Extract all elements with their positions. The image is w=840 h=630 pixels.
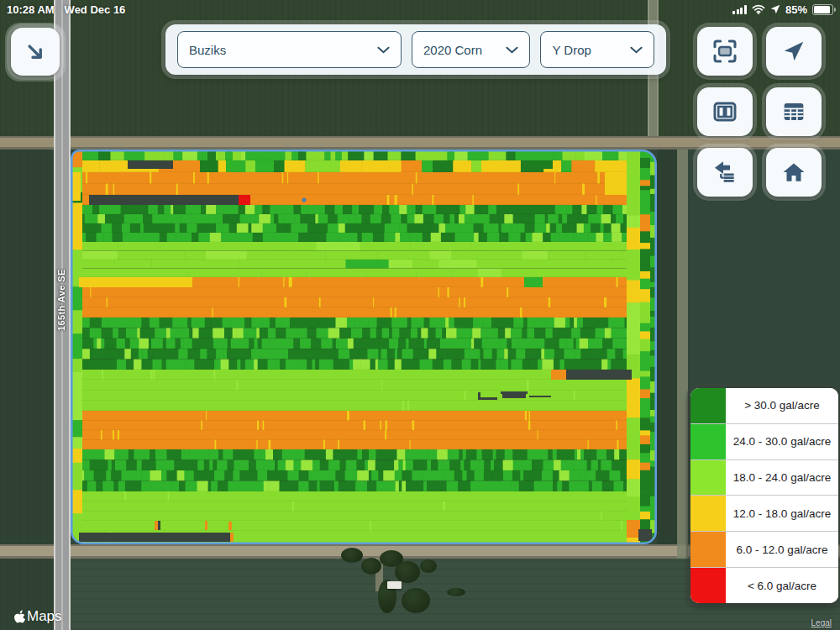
- battery-percent: 85%: [785, 3, 807, 16]
- maps-attribution: Maps: [13, 608, 62, 625]
- legend-row: 24.0 - 30.0 gal/acre: [690, 423, 838, 459]
- arrow-southeast-icon: [23, 39, 48, 65]
- road-label: 165th Ave SE: [38, 284, 85, 331]
- legend-row: 6.0 - 12.0 gal/acre: [690, 531, 838, 567]
- wifi-icon: [752, 4, 765, 14]
- layer-dropdown-value: Y Drop: [552, 43, 591, 57]
- legend-swatch: [690, 496, 726, 531]
- field-dropdown-value: Buziks: [189, 43, 226, 57]
- navigation-arrow-icon: [781, 39, 806, 64]
- legend-label: < 6.0 gal/acre: [726, 568, 838, 603]
- legend-swatch: [690, 424, 726, 459]
- tree: [420, 559, 437, 573]
- legend-swatch: [690, 568, 726, 603]
- road-vertical-east: [677, 150, 688, 559]
- compare-layers-icon: [711, 159, 738, 186]
- tree: [341, 548, 363, 563]
- legend-row: 12.0 - 18.0 gal/acre: [690, 495, 838, 531]
- battery-icon: [812, 4, 833, 15]
- apple-logo-icon: [13, 610, 25, 624]
- legend-swatch: [690, 532, 726, 567]
- chevron-down-icon: [506, 46, 518, 54]
- attribution-label: Maps: [27, 608, 62, 625]
- legend-swatch: [690, 388, 726, 423]
- legend-swatch: [690, 460, 726, 496]
- tree: [395, 561, 420, 583]
- table-icon: [780, 98, 807, 125]
- crop-year-dropdown-value: 2020 Corn: [423, 43, 482, 57]
- current-location-button[interactable]: [766, 27, 822, 76]
- rate-legend: > 30.0 gal/acre 24.0 - 30.0 gal/acre 18.…: [690, 388, 838, 603]
- legal-link[interactable]: Legal: [811, 618, 832, 627]
- tree: [447, 588, 465, 596]
- status-bar: 10:28 AM Wed Dec 16 85%: [0, 0, 840, 18]
- focus-field-icon: [711, 38, 738, 65]
- legend-label: 6.0 - 12.0 gal/acre: [726, 532, 838, 567]
- data-table-button[interactable]: [766, 87, 822, 136]
- date-label: Wed Dec 16: [65, 3, 126, 16]
- compare-layers-button[interactable]: [697, 148, 753, 197]
- clock: 10:28 AM: [7, 3, 55, 16]
- legend-label: 18.0 - 24.0 gal/acre: [726, 460, 838, 496]
- chevron-down-icon: [377, 46, 390, 54]
- location-arrow-icon: [770, 4, 780, 14]
- legend-row: < 6.0 gal/acre: [690, 567, 838, 603]
- selection-toolbar: Buziks 2020 Corn Y Drop: [165, 24, 666, 75]
- home-icon: [781, 160, 806, 185]
- zoom-to-field-button[interactable]: [697, 27, 753, 76]
- legend-row: 18.0 - 24.0 gal/acre: [690, 459, 838, 496]
- farm-building: [387, 581, 402, 589]
- tree: [402, 588, 430, 613]
- legend-row: > 30.0 gal/acre: [690, 388, 838, 423]
- legend-label: > 30.0 gal/acre: [726, 388, 838, 423]
- map-tool-grid: [697, 27, 822, 197]
- split-view-button[interactable]: [697, 87, 753, 136]
- field-application-map[interactable]: [71, 150, 657, 544]
- field-dropdown[interactable]: Buziks: [177, 31, 402, 68]
- collapse-button-halo: [5, 23, 66, 81]
- layer-dropdown[interactable]: Y Drop: [540, 31, 654, 68]
- map-field-gap: [657, 150, 677, 544]
- crop-year-dropdown[interactable]: 2020 Corn: [412, 31, 531, 68]
- cellular-signal-icon: [732, 5, 747, 14]
- chevron-down-icon: [630, 46, 643, 54]
- collapse-map-button[interactable]: [11, 28, 60, 76]
- legend-label: 12.0 - 18.0 gal/acre: [726, 496, 838, 531]
- home-button[interactable]: [766, 148, 822, 197]
- legend-label: 24.0 - 30.0 gal/acre: [726, 424, 838, 459]
- split-view-icon: [711, 98, 738, 125]
- tree: [361, 558, 381, 575]
